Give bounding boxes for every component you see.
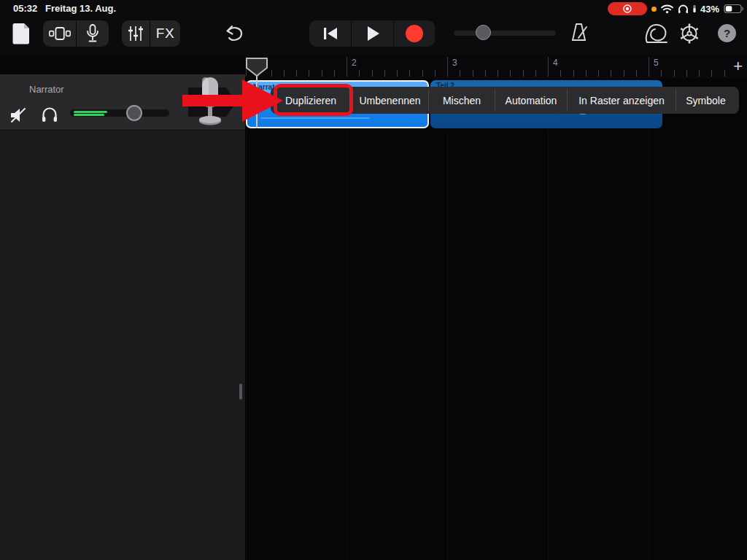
- annotation-highlight-box: [274, 84, 353, 116]
- ruler-beat-3: 3: [452, 58, 457, 68]
- beat-grid-line: [246, 130, 247, 560]
- status-right-cluster: 43%: [608, 1, 744, 16]
- ruler-minor-tick: [397, 70, 398, 77]
- track-controls-button[interactable]: [122, 20, 150, 47]
- my-songs-button[interactable]: [12, 22, 31, 45]
- ruler-minor-tick: [573, 70, 574, 77]
- headphones-battery-icon: [693, 4, 696, 13]
- record-button[interactable]: [394, 20, 435, 47]
- speaker-muted-icon: [9, 106, 28, 124]
- ruler-minor-tick: [460, 70, 460, 77]
- monitor-button[interactable]: [41, 106, 58, 124]
- microphone-icon: [86, 24, 99, 43]
- track-name: Narrator: [29, 84, 64, 95]
- screen-recording-indicator[interactable]: [608, 2, 647, 15]
- ruler-minor-tick: [724, 70, 725, 77]
- loop-browser-icon: [644, 23, 669, 44]
- ruler-beat-5: 5: [654, 58, 659, 68]
- master-volume-knob[interactable]: [476, 25, 491, 40]
- undo-icon: [223, 24, 245, 44]
- ruler-minor-tick: [473, 70, 473, 77]
- ruler-major-tick: [548, 57, 549, 77]
- fx-button[interactable]: FX: [150, 20, 180, 47]
- ruler-minor-tick: [611, 70, 611, 77]
- playhead-marker[interactable]: [245, 57, 268, 77]
- loop-browser-button[interactable]: [644, 23, 669, 44]
- ruler-minor-tick: [422, 70, 423, 77]
- mixer-fx-button-group: FX: [122, 20, 180, 47]
- record-icon: [405, 24, 424, 43]
- level-meter: [74, 111, 107, 113]
- fx-label: FX: [156, 26, 174, 42]
- undo-button[interactable]: [223, 24, 245, 44]
- ruler-minor-tick: [271, 70, 272, 77]
- play-icon: [365, 26, 380, 42]
- view-mic-button-group: [43, 20, 109, 47]
- ruler-minor-tick: [296, 70, 297, 77]
- ruler-minor-tick: [598, 70, 599, 77]
- status-date: Freitag 13. Aug.: [45, 3, 116, 14]
- menu-item-automation[interactable]: Automation: [495, 87, 567, 114]
- menu-item-in-raster-anzeigen[interactable]: In Raster anzeigen: [568, 87, 676, 114]
- ruler-minor-tick: [510, 70, 511, 77]
- gear-icon: [678, 23, 700, 44]
- ruler-minor-tick: [372, 70, 373, 77]
- ruler-minor-tick: [711, 70, 712, 77]
- rewind-icon: [322, 26, 338, 41]
- play-button[interactable]: [352, 20, 393, 47]
- status-time: 05:32: [13, 3, 37, 14]
- panel-resize-handle[interactable]: [239, 384, 242, 400]
- ruler-minor-tick: [485, 70, 486, 77]
- add-section-button[interactable]: +: [733, 57, 743, 76]
- settings-button[interactable]: [678, 23, 700, 44]
- ruler-minor-tick: [359, 70, 360, 77]
- ruler-beat-2: 2: [352, 58, 357, 68]
- status-bar: 05:32 Freitag 13. Aug.: [0, 0, 747, 18]
- headphones-connected-icon: [678, 4, 689, 14]
- wifi-icon: [661, 4, 673, 14]
- track-volume-slider[interactable]: [70, 109, 169, 117]
- annotation-arrow-icon: [181, 77, 285, 125]
- menu-item-symbole[interactable]: Symbole: [676, 87, 735, 114]
- ruler-minor-tick: [284, 70, 285, 77]
- ruler-minor-tick: [686, 70, 687, 77]
- battery-icon: [724, 4, 744, 14]
- menu-item-mischen[interactable]: Mischen: [429, 87, 495, 114]
- main-toolbar: FX: [0, 18, 747, 55]
- level-meter: [74, 114, 104, 116]
- tracks-view-button[interactable]: [43, 20, 76, 47]
- ruler-minor-tick: [409, 70, 410, 77]
- ruler-minor-tick: [661, 70, 662, 77]
- ruler-minor-tick: [586, 70, 587, 77]
- track-header-panel: Narrator: [0, 74, 246, 560]
- ruler-minor-tick: [699, 70, 700, 77]
- battery-percent: 43%: [700, 4, 719, 15]
- beat-grid-line: [347, 130, 347, 560]
- ruler-major-tick: [347, 57, 347, 77]
- tracks-view-icon: [49, 27, 71, 40]
- master-volume-slider[interactable]: [454, 31, 556, 36]
- ruler-major-tick: [447, 57, 448, 77]
- ruler-minor-tick: [334, 70, 335, 77]
- track-volume-knob[interactable]: [126, 105, 142, 121]
- transport-controls: [309, 20, 435, 47]
- menu-item-umbenennen[interactable]: Umbenennen: [352, 87, 428, 114]
- rewind-button[interactable]: [309, 20, 351, 47]
- ruler-beat-4: 4: [553, 58, 558, 68]
- ruler-minor-tick: [384, 70, 385, 77]
- ruler-minor-tick: [309, 70, 309, 77]
- metronome-button[interactable]: [568, 22, 590, 45]
- ruler-major-tick: [649, 57, 649, 77]
- help-label: ?: [724, 27, 730, 39]
- document-icon: [12, 22, 31, 45]
- instrument-mic-button[interactable]: [77, 20, 109, 47]
- ruler-minor-tick: [636, 70, 637, 77]
- help-button[interactable]: ?: [718, 24, 736, 42]
- beat-grid-line: [649, 130, 649, 560]
- ruler-minor-tick: [674, 70, 675, 77]
- beat-grid-line: [447, 130, 448, 560]
- metronome-icon: [568, 22, 590, 45]
- ruler-minor-tick: [523, 70, 524, 77]
- timeline-ruler[interactable]: 1 2 3 4 5 +: [245, 55, 747, 79]
- mute-button[interactable]: [9, 106, 28, 124]
